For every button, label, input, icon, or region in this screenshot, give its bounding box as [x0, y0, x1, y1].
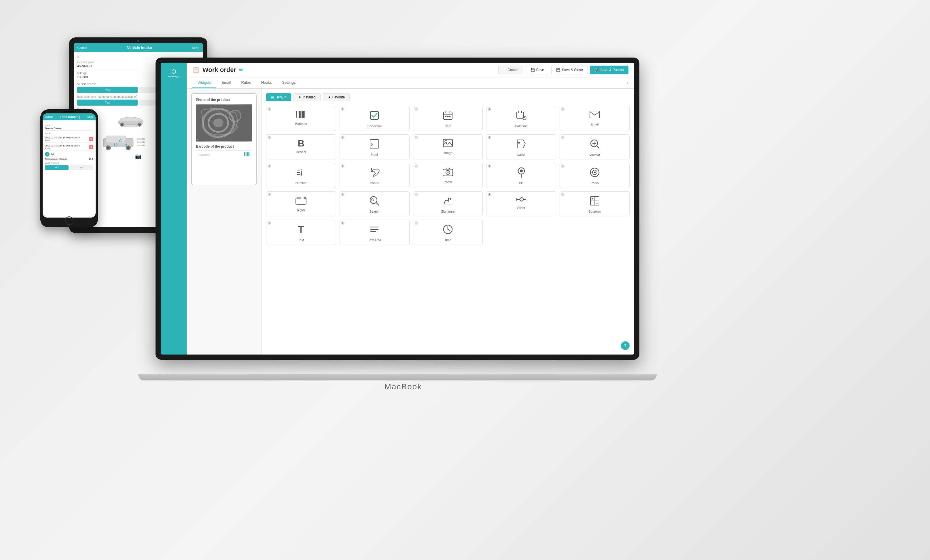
widget-photo-label: Photo — [444, 180, 452, 184]
tab-email[interactable]: Email — [216, 77, 236, 88]
tablet-yes-btn[interactable]: Yes — [77, 87, 138, 93]
widget-slider-label: Slider — [517, 206, 525, 210]
widget-search[interactable]: i Search — [340, 191, 410, 216]
widget-phone-info[interactable]: i — [341, 164, 345, 168]
phone-home-button[interactable] — [65, 216, 74, 225]
phone-name-label: Name * — [45, 124, 93, 127]
widget-header-info[interactable]: i — [268, 136, 271, 139]
widget-time-info[interactable]: i — [414, 221, 418, 225]
phone-delete-entry-1-button[interactable]: 🗑 — [89, 137, 93, 141]
tab-rules[interactable]: Rules — [236, 77, 256, 88]
tab-widgets[interactable]: Widgets — [192, 77, 216, 88]
widget-text-info[interactable]: i — [268, 221, 271, 225]
widget-subform-label: Subform — [589, 210, 601, 213]
widget-date-label: Date — [444, 124, 451, 128]
widget-barcode[interactable]: i — [266, 106, 336, 131]
tab-collapse-arrow[interactable]: ‹ — [627, 80, 628, 86]
widget-slider[interactable]: i — [486, 191, 556, 216]
widget-lookup-info[interactable]: i — [561, 136, 565, 139]
widget-time[interactable]: i Time — [413, 220, 483, 245]
widget-signature-info[interactable]: i — [414, 193, 418, 196]
phone-cancel-button[interactable]: Cancel — [45, 115, 53, 118]
svg-rect-39 — [443, 112, 452, 120]
widget-filter-installed[interactable]: ⬇ Installed — [294, 93, 320, 101]
widget-signature[interactable]: i Signature — [413, 191, 483, 216]
widget-email-info[interactable]: i — [561, 107, 565, 111]
widget-checkbox-label: Checkbox — [368, 124, 382, 128]
widget-html-info[interactable]: i — [341, 136, 345, 139]
widget-image[interactable]: i Image — [413, 134, 483, 160]
widget-row[interactable]: i ROW — [266, 191, 336, 216]
svg-rect-35 — [302, 111, 303, 118]
publish-button[interactable]: 🚀 Save & Publish — [590, 66, 628, 74]
phone-total-row: Total amount of hours 15.5 — [45, 158, 93, 160]
widget-email[interactable]: i Email — [560, 106, 630, 131]
widget-number[interactable]: i 1 2 3 — [266, 163, 336, 188]
svg-rect-30 — [249, 152, 249, 156]
widget-number-info[interactable]: i — [268, 164, 271, 168]
tablet-send-button[interactable]: Send — [192, 46, 199, 49]
widget-pin[interactable]: i Pin — [486, 163, 556, 188]
widget-filter-default[interactable]: ⊞ Default — [266, 93, 291, 101]
widget-text[interactable]: i Text — [266, 220, 336, 245]
widget-datetime[interactable]: i — [486, 106, 556, 131]
app-title-area: 📋 Work order ✏ — [192, 66, 243, 74]
widget-checkbox[interactable]: i Checkbox — [340, 106, 410, 131]
tab-settings[interactable]: Settings — [277, 77, 301, 88]
widget-textarea[interactable]: i Text Area — [340, 220, 410, 245]
phone-add-button[interactable]: + — [45, 152, 49, 156]
widget-label-info[interactable]: i — [488, 136, 491, 139]
widget-html[interactable]: i 5 Html — [340, 134, 410, 160]
help-bubble[interactable]: ? — [621, 341, 630, 350]
svg-line-60 — [597, 146, 599, 148]
widget-header[interactable]: i B Header — [266, 134, 336, 160]
barcode-field-input[interactable]: Barcode — [196, 150, 252, 159]
tablet-instruction-yes-btn[interactable]: Yes — [77, 100, 138, 106]
widget-phone[interactable]: i Phone — [340, 163, 410, 188]
widget-pin-info[interactable]: i — [488, 164, 491, 168]
widget-radio-info[interactable]: i — [561, 164, 565, 168]
phone-screen: Cancel Time tracking Send Name * Denise … — [43, 114, 95, 218]
widget-filter-favorite[interactable]: ★ Favorite — [323, 93, 350, 101]
widget-date-info[interactable]: i — [414, 107, 418, 111]
svg-rect-29 — [248, 152, 249, 156]
svg-rect-46 — [517, 112, 524, 118]
phone-no-button[interactable]: No — [70, 165, 93, 170]
widget-row-info[interactable]: i — [268, 193, 271, 196]
phone-delete-entry-2-button[interactable]: 🗑 — [89, 145, 93, 149]
widget-lookup[interactable]: i — [560, 134, 630, 160]
widget-subform-info[interactable]: i — [561, 193, 565, 196]
widget-barcode-info[interactable]: i — [268, 107, 271, 111]
widget-date[interactable]: i — [413, 106, 483, 131]
phone-work-finished-toggle[interactable]: Yes No — [45, 165, 93, 170]
widget-textarea-info[interactable]: i — [341, 221, 345, 225]
widget-search-label: Search — [370, 210, 380, 213]
widget-photo[interactable]: i — [413, 163, 483, 188]
tab-hooks[interactable]: Hooks — [256, 77, 277, 88]
phone-yes-button[interactable]: Yes — [45, 165, 69, 170]
lookup-widget-icon — [590, 139, 600, 150]
tablet-cancel-button[interactable]: Cancel — [77, 46, 87, 49]
widget-checkbox-info[interactable]: i — [341, 107, 345, 111]
widget-photo-info[interactable]: i — [414, 164, 418, 168]
widget-radio[interactable]: i Radio — [560, 163, 630, 188]
widget-image-info[interactable]: i — [414, 136, 418, 139]
phone-send-button[interactable]: Send — [87, 115, 93, 118]
svg-point-71 — [447, 172, 449, 173]
svg-point-11 — [127, 146, 129, 149]
widget-search-info[interactable]: i — [341, 193, 345, 196]
widget-subform[interactable]: i — [560, 191, 630, 216]
phone-add-row[interactable]: + Add — [45, 152, 93, 156]
phone-work-finished-label: Work finished * — [45, 162, 93, 164]
widget-datetime-info[interactable]: i — [488, 107, 491, 111]
svg-point-43 — [445, 116, 447, 117]
widget-slider-info[interactable]: i — [488, 193, 491, 196]
edit-icon[interactable]: ✏ — [239, 67, 243, 73]
widget-label[interactable]: i Label — [486, 134, 556, 160]
save-close-button[interactable]: 💾 Save & Close — [551, 66, 588, 74]
widget-number-label: Number — [296, 181, 307, 185]
cancel-button[interactable]: ← Cancel — [498, 66, 524, 74]
widget-text-label: Text — [298, 238, 304, 242]
save-button[interactable]: 💾 Save — [526, 66, 549, 74]
barcode-scan-icon[interactable] — [244, 152, 249, 157]
